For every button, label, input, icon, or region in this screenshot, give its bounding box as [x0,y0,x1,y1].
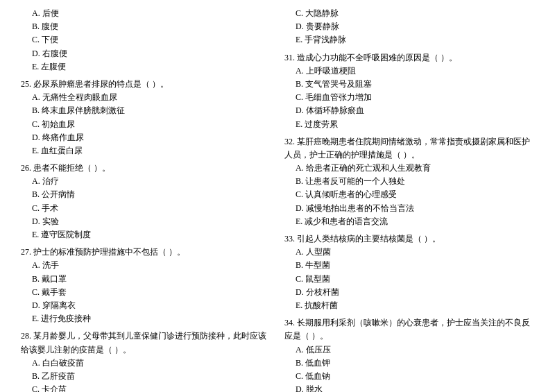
option: C. 手术 [21,202,271,215]
option: B. 牛型菌 [284,259,534,272]
question-block: 27. 护士的标准预防护理措施中不包括（ ）。A. 洗手B. 戴口罩C. 戴手套… [21,246,271,325]
option: D. 穿隔离衣 [21,299,271,312]
option: A. 人型菌 [284,246,534,259]
question-block: 34. 长期服用利采剂（咳嗽米）的心衰患者，护士应当关注的不良反应是（ ）。A.… [284,316,534,392]
option: C. 认真倾听患者的心理感受 [284,188,534,201]
option: B. 戴口罩 [21,273,271,286]
question-block: 25. 必尿系肿瘤患者排尿的特点是（ ）。A. 无痛性全程肉眼血尿B. 终末血尿… [21,78,271,157]
option: C. 鼠型菌 [284,273,534,286]
option: E. 左腹便 [21,60,271,74]
option: B. 乙肝疫苗 [21,370,271,383]
question-title: 33. 引起人类结核病的主要结核菌是（ ）。 [284,232,534,246]
question-title: 26. 患者不能拒绝（ ）。 [21,162,271,175]
option: A. 治疗 [21,175,271,188]
question-block: 26. 患者不能拒绝（ ）。A. 治疗B. 公开病情C. 手术D. 实验E. 遵… [21,162,271,241]
option: E. 进行免疫接种 [21,312,271,325]
option: A. 后便 [21,7,271,20]
option: B. 让患者反可能的一个人独处 [284,175,534,188]
option: A. 无痛性全程肉眼血尿 [21,91,271,104]
option: D. 体循环静脉瘀血 [284,104,534,117]
option: D. 分枝杆菌 [284,286,534,299]
option: E. 血红蛋白尿 [21,144,271,157]
option: B. 低血钾 [284,357,534,370]
option: A. 给患者正确的死亡观和人生观教育 [284,162,534,175]
question-block: A. 后便B. 腹便C. 下便D. 右腹便E. 左腹便 [21,7,271,74]
question-title: 32. 某肝癌晚期患者住院期间情绪激动，常常指责或摄剧家属和医护人员，护士正确的… [284,135,534,162]
option: E. 遵守医院制度 [21,228,271,241]
page-content: A. 后便B. 腹便C. 下便D. 右腹便E. 左腹便25. 必尿系肿瘤患者排尿… [21,7,534,392]
question-block: 28. 某月龄婴儿，父母带其到儿童保健门诊进行预防接种，此时应该给该婴儿注射的疫… [21,330,271,392]
right-column: C. 大隐静脉D. 贵要静脉E. 手背浅静脉31. 造成心力功能不全呼吸困难的原… [284,7,534,392]
option: B. 终末血尿伴膀胱刺激征 [21,104,271,117]
question-block: 31. 造成心力功能不全呼吸困难的原因是（ ）。A. 上呼吸道梗阻B. 支气管哭… [284,51,534,131]
question-title: 25. 必尿系肿瘤患者排尿的特点是（ ）。 [21,78,271,91]
option: E. 抗酸杆菌 [284,299,534,312]
option: B. 腹便 [21,20,271,33]
option: D. 右腹便 [21,47,271,60]
option: D. 贵要静脉 [284,20,534,33]
question-block: 33. 引起人类结核病的主要结核菌是（ ）。A. 人型菌B. 牛型菌C. 鼠型菌… [284,232,534,312]
option: A. 上呼吸道梗阻 [284,65,534,78]
option: C. 卡介苗 [21,383,271,392]
question-title: 28. 某月龄婴儿，父母带其到儿童保健门诊进行预防接种，此时应该给该婴儿注射的疫… [21,330,271,356]
question-block: C. 大隐静脉D. 贵要静脉E. 手背浅静脉 [284,7,534,47]
option: A. 低压压 [284,343,534,357]
left-column: A. 后便B. 腹便C. 下便D. 右腹便E. 左腹便25. 必尿系肿瘤患者排尿… [21,7,271,392]
question-title: 34. 长期服用利采剂（咳嗽米）的心衰患者，护士应当关注的不良反应是（ ）。 [284,316,534,343]
option: C. 低血钠 [284,370,534,383]
option: C. 下便 [21,33,271,46]
option: C. 毛细血管张力增加 [284,91,534,104]
option: D. 终痛作血尿 [21,131,271,144]
option: A. 洗手 [21,259,271,272]
option: B. 公开病情 [21,188,271,201]
columns: A. 后便B. 腹便C. 下便D. 右腹便E. 左腹便25. 必尿系肿瘤患者排尿… [21,7,534,392]
option: D. 实验 [21,215,271,228]
option: D. 减慢地拍出患者的不恰当言法 [284,202,534,215]
option: E. 手背浅静脉 [284,33,534,46]
option: E. 过度劳累 [284,118,534,131]
option: A. 白白破疫苗 [21,357,271,370]
option: C. 初始血尿 [21,118,271,131]
option: E. 减少和患者的语言交流 [284,215,534,228]
option: C. 戴手套 [21,286,271,299]
option: B. 支气管哭号及阻塞 [284,78,534,91]
option: D. 脱水 [284,383,534,392]
question-title: 31. 造成心力功能不全呼吸困难的原因是（ ）。 [284,51,534,65]
question-block: 32. 某肝癌晚期患者住院期间情绪激动，常常指责或摄剧家属和医护人员，护士正确的… [284,135,534,228]
question-title: 27. 护士的标准预防护理措施中不包括（ ）。 [21,246,271,259]
option: C. 大隐静脉 [284,7,534,20]
